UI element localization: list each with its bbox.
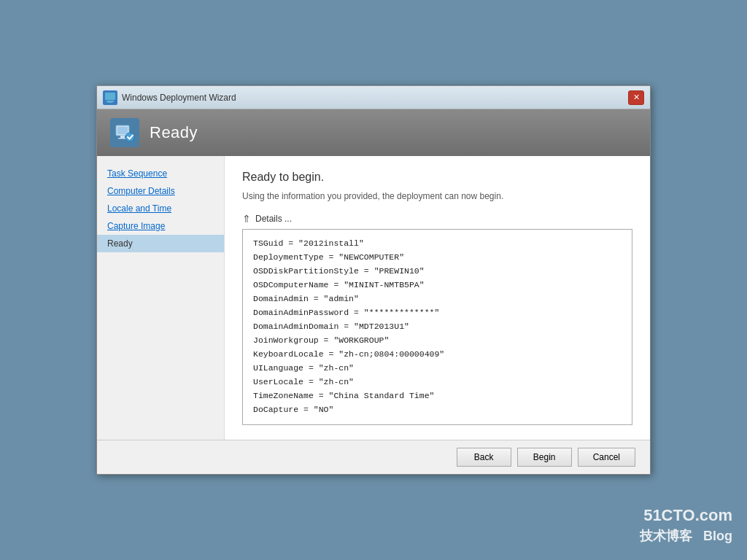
detail-line: TimeZoneName = "China Standard Time" (253, 389, 622, 403)
detail-line: DomainAdmin = "admin" (253, 292, 622, 306)
window-title: Windows Deployment Wizard (122, 93, 628, 103)
svg-rect-1 (107, 101, 114, 102)
detail-line: DoCapture = "NO" (253, 403, 622, 417)
detail-line: KeyboardLocale = "zh-cn;0804:00000409" (253, 348, 622, 362)
svg-point-7 (125, 133, 134, 141)
detail-line: OSDComputerName = "MININT-NMTB5PA" (253, 279, 622, 292)
header-bar: Ready (97, 109, 650, 156)
sidebar-item-task-sequence[interactable]: Task Sequence (97, 165, 224, 182)
content-area: Task Sequence Computer Details Locale an… (97, 156, 650, 440)
back-button[interactable]: Back (457, 448, 511, 467)
detail-line: UserLocale = "zh-cn" (253, 376, 622, 389)
svg-rect-4 (117, 127, 128, 134)
detail-line: DeploymentType = "NEWCOMPUTER" (253, 251, 622, 265)
title-bar: Windows Deployment Wizard ✕ (97, 86, 650, 109)
main-panel: Ready to begin. Using the information yo… (225, 156, 650, 440)
details-box: TSGuid = "2012install"DeploymentType = "… (242, 229, 632, 425)
sidebar-item-computer-details[interactable]: Computer Details (97, 182, 224, 200)
details-toggle[interactable]: ⇑ Details ... (242, 213, 632, 225)
sidebar-item-ready: Ready (97, 235, 224, 252)
svg-rect-0 (105, 93, 115, 100)
cancel-button[interactable]: Cancel (578, 448, 635, 467)
wizard-window: Windows Deployment Wizard ✕ Ready Task S… (96, 85, 651, 475)
window-icon (103, 90, 117, 105)
detail-line: DomainAdminPassword = "*************" (253, 306, 622, 320)
svg-rect-2 (108, 102, 112, 103)
details-label: Details ... (255, 214, 292, 224)
detail-line: JoinWorkgroup = "WORKGROUP" (253, 334, 622, 348)
sidebar-item-locale-time[interactable]: Locale and Time (97, 200, 224, 217)
header-title: Ready (150, 123, 198, 142)
detail-line: DomainAdminDomain = "MDT2013U1" (253, 320, 622, 334)
details-arrow-icon: ⇑ (242, 213, 251, 225)
header-icon (110, 118, 139, 147)
watermark-site: 51CTO.com (640, 505, 732, 527)
sidebar-item-capture-image[interactable]: Capture Image (97, 217, 224, 235)
detail-line: UILanguage = "zh-cn" (253, 362, 622, 376)
close-button[interactable]: ✕ (628, 90, 644, 105)
sidebar: Task Sequence Computer Details Locale an… (97, 156, 225, 440)
main-subtitle: Using the information you provided, the … (242, 191, 632, 201)
footer: Back Begin Cancel (97, 440, 650, 474)
svg-rect-5 (120, 136, 125, 138)
main-heading: Ready to begin. (242, 171, 632, 184)
detail-line: OSDDiskPartitionStyle = "PREWIN10" (253, 265, 622, 279)
begin-button[interactable]: Begin (517, 448, 572, 467)
detail-line: TSGuid = "2012install" (253, 237, 622, 251)
watermark: 51CTO.com 技术博客 Blog (640, 505, 732, 545)
watermark-sub: 技术博客 Blog (640, 527, 732, 545)
